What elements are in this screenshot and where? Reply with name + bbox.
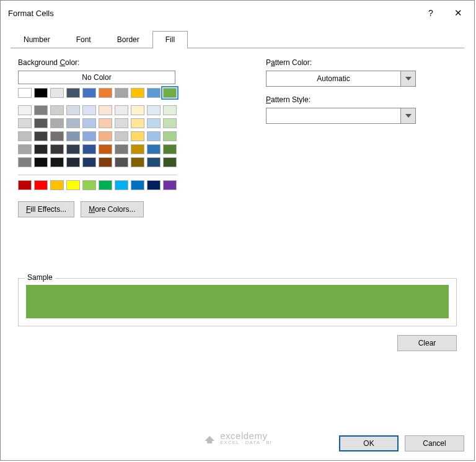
color-swatch[interactable] bbox=[50, 131, 64, 141]
color-swatch[interactable] bbox=[66, 105, 80, 115]
color-swatch[interactable] bbox=[50, 105, 64, 115]
color-swatch[interactable] bbox=[163, 131, 177, 141]
dialog-actions: OK Cancel bbox=[11, 435, 464, 451]
color-swatch[interactable] bbox=[115, 157, 128, 167]
color-swatch[interactable] bbox=[131, 144, 144, 154]
color-swatch[interactable] bbox=[34, 105, 48, 115]
tab-number[interactable]: Number bbox=[11, 31, 63, 48]
pattern-color-value: Automatic bbox=[267, 71, 400, 86]
chevron-down-icon bbox=[400, 71, 415, 86]
color-swatch[interactable] bbox=[99, 157, 112, 167]
color-swatch[interactable] bbox=[131, 180, 144, 190]
no-color-button[interactable]: No Color bbox=[18, 71, 175, 84]
color-swatch[interactable] bbox=[115, 88, 128, 98]
color-swatch[interactable] bbox=[147, 180, 161, 190]
clear-button[interactable]: Clear bbox=[397, 335, 457, 351]
color-swatch[interactable] bbox=[131, 118, 144, 128]
chevron-down-icon bbox=[400, 108, 415, 123]
fill-panel: Background Color: No Color Fill Effects.… bbox=[11, 48, 464, 427]
color-swatch[interactable] bbox=[34, 131, 48, 141]
sample-swatch bbox=[26, 285, 449, 318]
color-swatch[interactable] bbox=[50, 157, 64, 167]
color-swatch[interactable] bbox=[115, 144, 128, 154]
cancel-button[interactable]: Cancel bbox=[405, 435, 464, 451]
color-swatch[interactable] bbox=[82, 131, 96, 141]
color-swatch[interactable] bbox=[99, 144, 112, 154]
close-button[interactable]: ✕ bbox=[444, 3, 472, 23]
color-swatch[interactable] bbox=[34, 157, 48, 167]
color-swatch[interactable] bbox=[82, 157, 96, 167]
color-swatch[interactable] bbox=[115, 131, 128, 141]
color-swatch[interactable] bbox=[18, 144, 32, 154]
color-swatch[interactable] bbox=[82, 180, 96, 190]
tab-border[interactable]: Border bbox=[104, 31, 152, 48]
color-swatch[interactable] bbox=[18, 131, 32, 141]
color-swatch[interactable] bbox=[115, 180, 128, 190]
background-color-label: Background Color: bbox=[18, 58, 210, 67]
color-swatch[interactable] bbox=[99, 105, 112, 115]
color-swatch[interactable] bbox=[82, 118, 96, 128]
color-swatch[interactable] bbox=[34, 88, 48, 98]
tab-font[interactable]: Font bbox=[63, 31, 104, 48]
color-swatch[interactable] bbox=[147, 144, 161, 154]
color-swatch[interactable] bbox=[82, 144, 96, 154]
color-swatch[interactable] bbox=[66, 157, 80, 167]
ok-button[interactable]: OK bbox=[339, 435, 399, 451]
sample-label: Sample bbox=[25, 273, 55, 282]
color-swatch[interactable] bbox=[147, 88, 161, 98]
color-swatch[interactable] bbox=[163, 88, 177, 98]
color-swatch[interactable] bbox=[66, 180, 80, 190]
color-swatch[interactable] bbox=[18, 118, 32, 128]
color-swatch[interactable] bbox=[115, 105, 128, 115]
color-swatch[interactable] bbox=[50, 144, 64, 154]
pattern-color-combo[interactable]: Automatic bbox=[266, 71, 416, 87]
color-swatch[interactable] bbox=[99, 131, 112, 141]
color-swatch[interactable] bbox=[18, 88, 32, 98]
standard-colors-row bbox=[18, 180, 210, 191]
color-swatch[interactable] bbox=[131, 157, 144, 167]
color-swatch[interactable] bbox=[163, 180, 177, 190]
color-swatch[interactable] bbox=[163, 144, 177, 154]
color-swatch[interactable] bbox=[50, 88, 64, 98]
color-swatch[interactable] bbox=[147, 157, 161, 167]
help-button[interactable]: ? bbox=[417, 3, 444, 23]
color-swatch[interactable] bbox=[163, 157, 177, 167]
color-swatch[interactable] bbox=[99, 118, 112, 128]
pattern-style-label: Pattern Style: bbox=[266, 95, 457, 104]
color-swatch[interactable] bbox=[66, 144, 80, 154]
color-swatch[interactable] bbox=[131, 105, 144, 115]
color-swatch[interactable] bbox=[131, 88, 144, 98]
color-swatch[interactable] bbox=[66, 131, 80, 141]
color-swatch[interactable] bbox=[147, 131, 161, 141]
color-swatch[interactable] bbox=[99, 180, 112, 190]
more-colors-button[interactable]: More Colors... bbox=[81, 201, 143, 217]
tab-strip: NumberFontBorderFill bbox=[11, 30, 464, 48]
theme-top-row bbox=[18, 88, 210, 99]
color-divider bbox=[18, 175, 177, 175]
format-cells-dialog: Format Cells ? ✕ NumberFontBorderFill Ba… bbox=[0, 0, 475, 461]
color-swatch[interactable] bbox=[66, 118, 80, 128]
color-swatch[interactable] bbox=[50, 180, 64, 190]
color-swatch[interactable] bbox=[34, 144, 48, 154]
titlebar: Format Cells ? ✕ bbox=[1, 1, 474, 25]
pattern-style-combo[interactable] bbox=[266, 108, 416, 124]
tab-fill[interactable]: Fill bbox=[152, 31, 188, 48]
color-swatch[interactable] bbox=[66, 88, 80, 98]
color-swatch[interactable] bbox=[115, 118, 128, 128]
color-swatch[interactable] bbox=[50, 118, 64, 128]
color-swatch[interactable] bbox=[18, 105, 32, 115]
color-swatch[interactable] bbox=[163, 118, 177, 128]
color-swatch[interactable] bbox=[18, 157, 32, 167]
color-swatch[interactable] bbox=[147, 105, 161, 115]
color-swatch[interactable] bbox=[147, 118, 161, 128]
color-swatch[interactable] bbox=[34, 118, 48, 128]
fill-effects-button[interactable]: Fill Effects... bbox=[18, 201, 74, 217]
color-swatch[interactable] bbox=[82, 88, 96, 98]
color-swatch[interactable] bbox=[34, 180, 48, 190]
theme-tint-grid bbox=[18, 105, 210, 168]
color-swatch[interactable] bbox=[82, 105, 96, 115]
color-swatch[interactable] bbox=[163, 105, 177, 115]
color-swatch[interactable] bbox=[131, 131, 144, 141]
color-swatch[interactable] bbox=[99, 88, 112, 98]
color-swatch[interactable] bbox=[18, 180, 32, 190]
